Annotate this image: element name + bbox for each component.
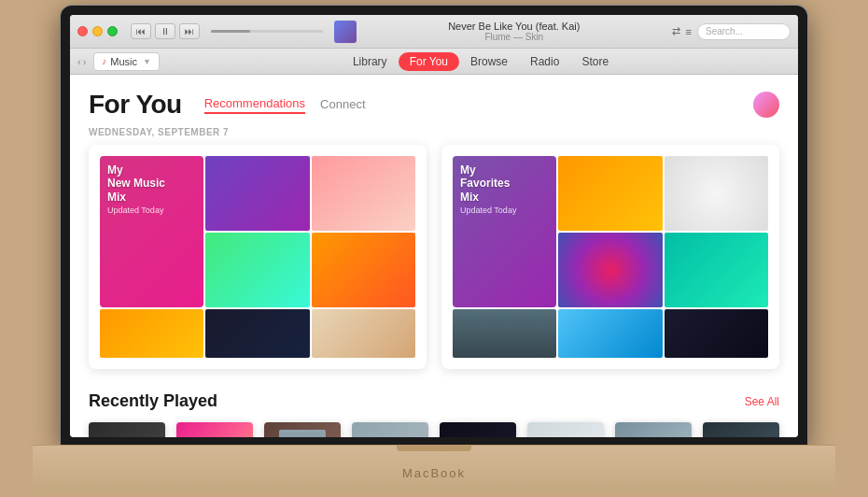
- close-button[interactable]: [77, 26, 88, 36]
- screen-bezel: ⏮ ⏸ ⏭ Never Be Like You (feat. Kai) Flum…: [61, 6, 807, 447]
- new-music-mix-card[interactable]: MyNew MusicMix Updated Today: [89, 145, 427, 369]
- album-item-5[interactable]: Nothing's Real Shura: [527, 422, 604, 437]
- fast-forward-button[interactable]: ⏭: [179, 23, 200, 39]
- nav-tabs: Library For You Browse Radio Store: [171, 52, 791, 71]
- macbook-shell: ⏮ ⏸ ⏭ Never Be Like You (feat. Kai) Flum…: [33, 6, 835, 491]
- album-cover-7: THE TEMPER TRAP: [703, 422, 779, 437]
- nav-dropdown-icon[interactable]: ▼: [143, 57, 151, 66]
- mix1-cover6: [100, 309, 203, 358]
- mix2-cover7: [558, 309, 662, 358]
- favorites-mix-card[interactable]: MyFavoritesMix Updated Today: [441, 145, 779, 369]
- traffic-lights: [77, 26, 118, 36]
- progress-bar[interactable]: [211, 30, 323, 33]
- album-item-3[interactable]: The Soft Bounce Beyond The Wizards Sleev…: [352, 422, 428, 437]
- recently-played-section: Recently Played See All Generation De Lu…: [70, 384, 798, 437]
- album-cover-1: [176, 422, 253, 437]
- macbook-brand-label: MacBook: [402, 466, 466, 480]
- album-cover-2: [264, 422, 341, 437]
- for-you-title: For You: [89, 90, 182, 120]
- mix2-cover2: [558, 156, 662, 231]
- back-arrow[interactable]: ‹: [77, 56, 81, 67]
- date-label: Wednesday, September 7: [70, 127, 798, 145]
- nav-path[interactable]: ♪ Music ▼: [93, 52, 160, 71]
- forward-arrow[interactable]: ›: [83, 56, 87, 67]
- nav-arrows: ‹ ›: [77, 56, 86, 67]
- new-music-updated: Updated Today: [107, 206, 196, 215]
- section-title: Recently Played: [89, 391, 217, 411]
- rewind-button[interactable]: ⏮: [131, 23, 151, 39]
- favorites-main-cover: MyFavoritesMix Updated Today: [453, 156, 556, 307]
- tab-library[interactable]: Library: [342, 52, 399, 71]
- tab-connect[interactable]: Connect: [320, 97, 365, 113]
- new-music-label: MyNew MusicMix: [107, 163, 196, 204]
- mix1-cover3: [312, 156, 415, 231]
- album-cover-6: [615, 422, 692, 437]
- song-info: Never Be Like You (feat. Kai) Flume — Sk…: [362, 21, 666, 42]
- search-placeholder: Search...: [706, 26, 743, 36]
- user-avatar[interactable]: [753, 92, 779, 118]
- album-item-1[interactable]: Mirage - EP Else: [176, 422, 253, 437]
- albums-row: Generation De Lux Mirage - EP Else: [89, 422, 779, 437]
- for-you-tabs: Recommendations Connect: [204, 96, 366, 114]
- mix2-cover5: [665, 233, 768, 307]
- album-item-6[interactable]: New Kingdom GIVERS: [615, 422, 692, 437]
- tab-store[interactable]: Store: [570, 52, 620, 71]
- album-item-4[interactable]: Ride into the Unknown Bedouin: [440, 422, 516, 437]
- mix2-cover6: [453, 309, 556, 358]
- album-item-2[interactable]: Ology Gallant: [264, 422, 341, 437]
- song-artist: Flume — Skin: [362, 32, 666, 42]
- album-thumb: [334, 21, 357, 43]
- maximize-button[interactable]: [107, 26, 118, 36]
- mix1-cover8: [312, 309, 415, 358]
- album-item-0[interactable]: Generation De Lux: [89, 422, 165, 437]
- macbook-base: MacBook: [33, 445, 835, 491]
- album-cover-4: [440, 422, 516, 437]
- for-you-header: For You Recommendations Connect: [70, 75, 798, 127]
- mix2-cover4: [558, 233, 662, 307]
- see-all-button[interactable]: See All: [745, 395, 779, 408]
- mix2-cover3: [665, 156, 768, 231]
- search-bar[interactable]: Search...: [697, 23, 791, 40]
- favorites-label: MyFavoritesMix: [460, 163, 549, 204]
- mix1-cover5: [312, 233, 415, 307]
- minimize-button[interactable]: [92, 26, 103, 36]
- song-title: Never Be Like You (feat. Kai): [362, 21, 666, 32]
- nav-path-text: Music: [110, 56, 137, 67]
- tab-radio[interactable]: Radio: [519, 52, 570, 71]
- mix2-cover8: [665, 309, 768, 358]
- progress-fill: [211, 30, 250, 33]
- playback-controls: ⏮ ⏸ ⏭: [131, 23, 200, 39]
- album-cover-0: [89, 422, 165, 437]
- navbar: ‹ › ♪ Music ▼ Library For You Browse Rad…: [70, 49, 798, 75]
- shuffle-icon[interactable]: ⇄: [672, 25, 680, 37]
- mix1-cover2: [205, 156, 309, 231]
- mix1-cover4: [205, 233, 309, 307]
- section-header: Recently Played See All: [89, 391, 779, 411]
- screen-inner: ⏮ ⏸ ⏭ Never Be Like You (feat. Kai) Flum…: [70, 15, 798, 437]
- main-content: For You Recommendations Connect Wednesda…: [70, 75, 798, 437]
- favorites-updated: Updated Today: [460, 206, 549, 215]
- mix1-cover7: [205, 309, 309, 358]
- album-item-7[interactable]: THE TEMPER TRAP Thick as Thieves The Tem…: [703, 422, 779, 437]
- music-icon: ♪: [102, 56, 106, 66]
- new-music-main-cover: MyNew MusicMix Updated Today: [100, 156, 203, 307]
- album-cover-5: [527, 422, 604, 437]
- tab-for-you[interactable]: For You: [399, 52, 459, 71]
- tab-recommendations[interactable]: Recommendations: [204, 96, 305, 114]
- tab-browse[interactable]: Browse: [459, 52, 519, 71]
- album-cover-3: [352, 422, 428, 437]
- mix-cards-row: MyNew MusicMix Updated Today: [70, 145, 798, 384]
- play-pause-button[interactable]: ⏸: [155, 23, 175, 39]
- list-icon[interactable]: ≡: [686, 26, 692, 37]
- titlebar: ⏮ ⏸ ⏭ Never Be Like You (feat. Kai) Flum…: [70, 15, 798, 49]
- titlebar-right: ⇄ ≡ Search...: [672, 23, 791, 40]
